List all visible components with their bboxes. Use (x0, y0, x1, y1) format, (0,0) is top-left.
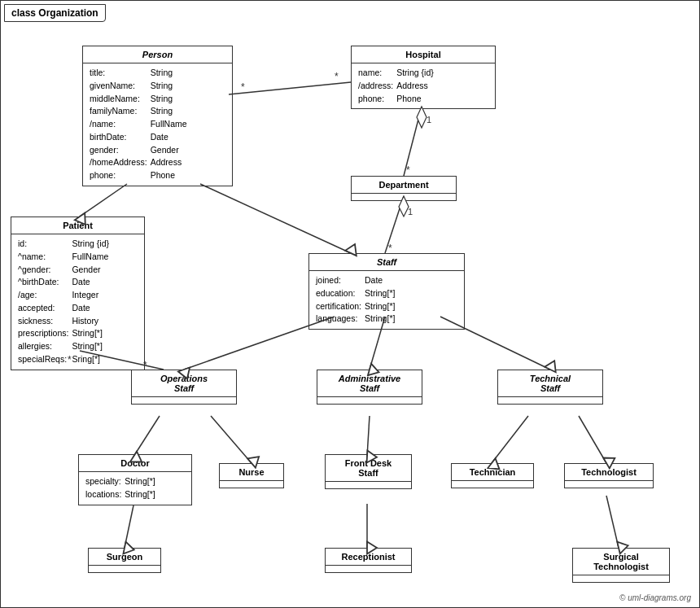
surgical-technologist-attrs (573, 575, 669, 582)
doctor-attrs: specialty:String[*] locations:String[*] (79, 472, 191, 505)
svg-text:*: * (241, 81, 245, 93)
technologist-attrs (565, 481, 653, 488)
svg-line-11 (385, 196, 404, 253)
person-class: Person title:String givenName:String mid… (82, 46, 233, 186)
patient-attrs: id:String {id} ^name:FullName ^gender:Ge… (11, 234, 144, 370)
staff-class-name: Staff (309, 254, 464, 271)
department-class-name: Department (352, 177, 456, 194)
front-desk-attrs (326, 482, 411, 488)
svg-line-15 (80, 184, 127, 217)
front-desk-class: Front DeskStaff (325, 454, 412, 489)
copyright: © uml-diagrams.org (619, 593, 691, 602)
svg-line-25 (367, 416, 370, 457)
doctor-class: Doctor specialty:String[*] locations:Str… (78, 454, 192, 505)
hospital-class: Hospital name:String {id} /address:Addre… (351, 46, 496, 109)
diagram-container: class Organization * * (0, 0, 700, 608)
department-class: Department (351, 176, 457, 201)
person-attrs: title:String givenName:String middleName… (83, 63, 232, 186)
surgeon-class-name: Surgeon (89, 549, 160, 566)
surgical-technologist-class: SurgicalTechnologist (572, 548, 670, 583)
svg-line-24 (211, 416, 252, 463)
svg-marker-8 (417, 107, 427, 128)
svg-line-28 (125, 505, 133, 548)
svg-text:*: * (335, 71, 339, 82)
svg-line-30 (606, 496, 619, 548)
operations-staff-class: OperationsStaff (131, 370, 237, 405)
svg-line-26 (492, 416, 528, 463)
svg-line-27 (579, 416, 606, 463)
surgeon-class: Surgeon (88, 548, 161, 573)
svg-line-4 (229, 82, 351, 94)
staff-class: Staff joined:Date education:String[*] ce… (308, 253, 465, 330)
technician-class: Technician (451, 463, 534, 488)
svg-text:1: 1 (408, 207, 413, 217)
receptionist-class: Receptionist (325, 548, 412, 573)
receptionist-attrs (326, 566, 411, 572)
svg-line-16 (200, 184, 351, 253)
technician-attrs (452, 481, 533, 488)
svg-text:1: 1 (427, 115, 431, 125)
technical-staff-class-name: TechnicalStaff (498, 370, 602, 397)
technician-class-name: Technician (452, 464, 533, 481)
diagram-title: class Organization (4, 4, 106, 22)
operations-staff-attrs (132, 397, 236, 404)
svg-line-23 (133, 416, 160, 457)
person-class-name: Person (83, 46, 232, 63)
department-attrs (352, 194, 456, 200)
admin-staff-attrs (317, 397, 422, 404)
nurse-class: Nurse (219, 463, 284, 488)
nurse-attrs (220, 481, 283, 488)
patient-class: Patient id:String {id} ^name:FullName ^g… (11, 217, 145, 370)
surgical-technologist-class-name: SurgicalTechnologist (573, 549, 669, 575)
nurse-class-name: Nurse (220, 464, 283, 481)
hospital-attrs: name:String {id} /address:Address phone:… (352, 63, 495, 108)
patient-class-name: Patient (11, 217, 144, 234)
hospital-class-name: Hospital (352, 46, 495, 63)
svg-text:*: * (388, 243, 392, 254)
front-desk-class-name: Front DeskStaff (326, 455, 411, 482)
svg-text:*: * (406, 164, 410, 176)
admin-staff-class-name: AdministrativeStaff (317, 370, 422, 397)
technologist-class: Technologist (564, 463, 654, 488)
surgeon-attrs (89, 566, 160, 572)
doctor-class-name: Doctor (79, 455, 191, 472)
receptionist-class-name: Receptionist (326, 549, 411, 566)
admin-staff-class: AdministrativeStaff (317, 370, 422, 405)
technologist-class-name: Technologist (565, 464, 653, 481)
operations-staff-class-name: OperationsStaff (132, 370, 236, 397)
svg-line-7 (404, 107, 422, 176)
technical-staff-class: TechnicalStaff (497, 370, 603, 405)
staff-attrs: joined:Date education:String[*] certific… (309, 271, 464, 329)
technical-staff-attrs (498, 397, 602, 404)
